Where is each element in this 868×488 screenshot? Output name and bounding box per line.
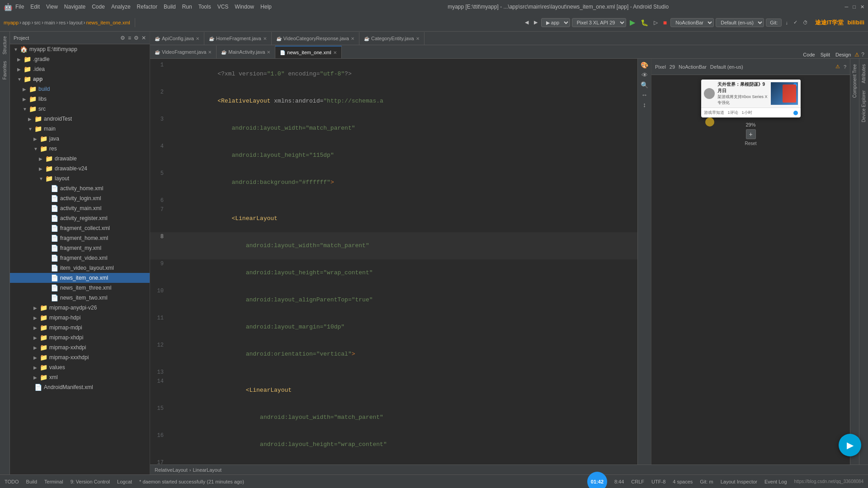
vert-arrange-icon[interactable]: ↕ <box>643 101 646 108</box>
zoom-in-icon[interactable]: 🔍 <box>641 81 648 89</box>
split-view-button[interactable]: Split <box>819 51 832 58</box>
menu-navigate[interactable]: Navigate <box>64 4 85 10</box>
tree-item-res[interactable]: ▼ 📁 res <box>10 144 150 154</box>
tree-item-src[interactable]: ▼ 📁 src <box>10 104 150 114</box>
menu-code[interactable]: Code <box>92 4 105 10</box>
clock-badge[interactable]: 01:42 <box>587 472 607 488</box>
tree-item-fragment-video[interactable]: ▶ 📄 fragment_video.xml <box>10 253 150 263</box>
menu-build[interactable]: Build <box>164 4 176 10</box>
run-button[interactable]: ▶ <box>628 17 637 28</box>
close-button[interactable]: ✕ <box>860 4 864 10</box>
tree-item-mipmap-xxhdpi[interactable]: ▶ 📁 mipmap-xxhdpi <box>10 343 150 352</box>
bc-file[interactable]: news_item_one.xml <box>86 20 130 25</box>
logcat-tab[interactable]: Logcat <box>117 479 132 484</box>
tool-icon-1[interactable]: 👁 <box>642 71 648 79</box>
arrange-icon[interactable]: ↔ <box>642 91 648 99</box>
locale-select[interactable]: Default (en-us) <box>716 18 764 27</box>
version-control-tab[interactable]: 9: Version Control <box>71 479 110 484</box>
settings-icon[interactable]: ⚙ <box>134 35 139 41</box>
stop-button[interactable]: ■ <box>661 18 669 27</box>
tree-item-activity-main[interactable]: ▶ 📄 activity_main.xml <box>10 203 150 213</box>
maximize-button[interactable]: □ <box>853 4 856 9</box>
bc-src[interactable]: src <box>34 20 41 25</box>
nav-back-button[interactable]: ◀ <box>523 19 530 26</box>
file-tree[interactable]: ▼ 🏠 myapp E:\ttit\myapp ▶ 📁 .gradle ▶ 📁 … <box>10 44 150 474</box>
menu-view[interactable]: View <box>46 4 58 10</box>
debug-button[interactable]: 🐛 <box>639 18 650 27</box>
attributes-tab-label[interactable]: Attributes <box>860 61 867 87</box>
app-select[interactable]: ▶ app <box>541 18 570 27</box>
event-log-btn[interactable]: Event Log <box>764 479 787 484</box>
design-view-button[interactable]: Design <box>834 51 853 58</box>
menu-help[interactable]: Help <box>260 4 272 10</box>
palette-icon[interactable]: 🎨 <box>641 61 648 69</box>
menu-edit[interactable]: Edit <box>30 4 40 10</box>
tree-item-mipmap-hdpi[interactable]: ▶ 📁 mipmap-hdpi <box>10 313 150 323</box>
bc-main[interactable]: main <box>44 20 55 25</box>
bilibili-video-button[interactable]: ▶ <box>839 434 861 456</box>
tree-item-fragment-collect[interactable]: ▶ 📄 fragment_collect.xml <box>10 223 150 233</box>
tab-close-categoryentity[interactable]: ✕ <box>416 36 420 41</box>
tree-item-java[interactable]: ▶ 📁 java <box>10 134 150 144</box>
git-update-button[interactable]: ↓ <box>783 19 790 26</box>
tree-item-item-video-layout[interactable]: ▶ 📄 item_video_layout.xml <box>10 263 150 273</box>
tab-close-apiconfig[interactable]: ✕ <box>196 36 199 41</box>
collapse-icon[interactable]: ≡ <box>128 35 131 41</box>
layout-inspector-btn[interactable]: Layout Inspector <box>721 479 757 484</box>
git-push-button[interactable]: ✓ <box>792 19 799 26</box>
favorites-tab[interactable]: Favorites <box>1 58 8 82</box>
tree-item-mipmap-xhdpi[interactable]: ▶ 📁 mipmap-xhdpi <box>10 333 150 343</box>
news-preview-widget[interactable]: 天外世界：果根阴谋》9月日 架游戏将支持Xbox Series X专强化 <box>701 80 801 117</box>
todo-tab[interactable]: TODO <box>5 479 19 484</box>
sync-icon[interactable]: ⚙ <box>120 35 125 41</box>
tree-item-main[interactable]: ▼ 📁 main <box>10 124 150 134</box>
run-with-coverage-button[interactable]: ▷ <box>652 19 660 27</box>
device-select[interactable]: Pixel 3 XL API 29 <box>572 18 626 27</box>
tab-close-news-item-one[interactable]: ✕ <box>333 50 337 55</box>
tab-close-videofragment[interactable]: ✕ <box>208 50 212 55</box>
tab-videofragment[interactable]: ☕ VideoFragment.java ✕ <box>150 46 217 58</box>
tree-item-values[interactable]: ▶ 📁 values <box>10 362 150 372</box>
git-label[interactable]: Git: <box>766 19 782 27</box>
tab-close-videocategoryresponse[interactable]: ✕ <box>351 36 354 41</box>
tab-apiconfig[interactable]: ☕ ApiConfig.java ✕ <box>150 32 204 45</box>
tree-item-activity-register[interactable]: ▶ 📄 activity_register.xml <box>10 213 150 223</box>
reset-zoom-button[interactable]: Reset <box>745 141 756 146</box>
tab-videocategoryresponse[interactable]: ☕ VideoCategoryResponse.java ✕ <box>272 32 359 45</box>
menu-analyze[interactable]: Analyze <box>111 4 131 10</box>
menu-refactor[interactable]: Refactor <box>137 4 157 10</box>
tab-news-item-one[interactable]: 📄 news_item_one.xml ✕ <box>275 46 341 58</box>
bc-app[interactable]: app <box>22 20 30 25</box>
zoom-plus-button[interactable]: + <box>746 129 756 139</box>
menu-window[interactable]: Window <box>235 4 254 10</box>
tab-mainactivity[interactable]: ☕ MainActivity.java ✕ <box>217 46 275 58</box>
tab-close-homefragment[interactable]: ✕ <box>263 36 267 41</box>
bc-layout[interactable]: layout <box>69 20 82 25</box>
tree-item-gradle[interactable]: ▶ 📁 .gradle <box>10 54 150 64</box>
tree-item-xml[interactable]: ▶ 📁 xml <box>10 372 150 382</box>
tree-item-androidtest[interactable]: ▶ 📁 androidTest <box>10 114 150 124</box>
code-view-button[interactable]: Code <box>801 51 816 58</box>
tree-item-mipmap-anydpi[interactable]: ▶ 📁 mipmap-anydpi-v26 <box>10 303 150 313</box>
path-linearlayout[interactable]: LinearLayout <box>193 467 222 473</box>
structure-tab[interactable]: Structure <box>1 33 8 57</box>
tree-item-news-item-three[interactable]: ▶ 📄 news_item_three.xml <box>10 283 150 293</box>
tab-categoryentity[interactable]: ☕ CategoryEntity.java ✕ <box>359 32 425 45</box>
tree-item-myapp[interactable]: ▼ 🏠 myapp E:\ttit\myapp <box>10 44 150 54</box>
component-tree-label[interactable]: Component Tree <box>851 61 858 102</box>
tree-item-idea[interactable]: ▶ 📁 .idea <box>10 64 150 74</box>
tree-item-mipmap-mdpi[interactable]: ▶ 📁 mipmap-mdpi <box>10 323 150 333</box>
bc-res[interactable]: res <box>59 20 66 25</box>
tree-item-androidmanifest[interactable]: ▶ 📄 AndroidManifest.xml <box>10 382 150 392</box>
tree-item-activity-login[interactable]: ▶ 📄 activity_login.xml <box>10 193 150 203</box>
tree-item-drawable[interactable]: ▶ 📁 drawable <box>10 154 150 164</box>
tree-item-build[interactable]: ▶ 📁 build <box>10 84 150 94</box>
video-play-icon[interactable]: ▶ <box>839 434 861 456</box>
tree-item-fragment-my[interactable]: ▶ 📄 fragment_my.xml <box>10 243 150 253</box>
api-select[interactable]: NoActionBar <box>670 18 714 27</box>
tree-item-fragment-home[interactable]: ▶ 📄 fragment_home.xml <box>10 233 150 243</box>
terminal-tab[interactable]: Terminal <box>44 479 63 484</box>
tree-item-drawable-v24[interactable]: ▶ 📁 drawable-v24 <box>10 164 150 174</box>
bc-myapp[interactable]: myapp <box>4 20 19 25</box>
tree-item-app[interactable]: ▼ 📁 app <box>10 74 150 84</box>
